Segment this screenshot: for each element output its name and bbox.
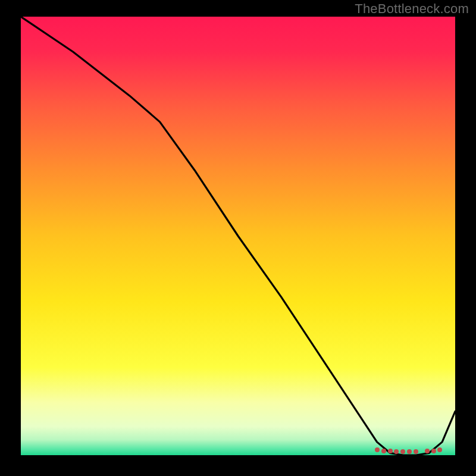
plot-area <box>21 17 455 455</box>
plot-svg <box>21 17 455 455</box>
chart-stage: TheBottleneck.com <box>0 0 476 476</box>
watermark-text: TheBottleneck.com <box>355 1 469 17</box>
